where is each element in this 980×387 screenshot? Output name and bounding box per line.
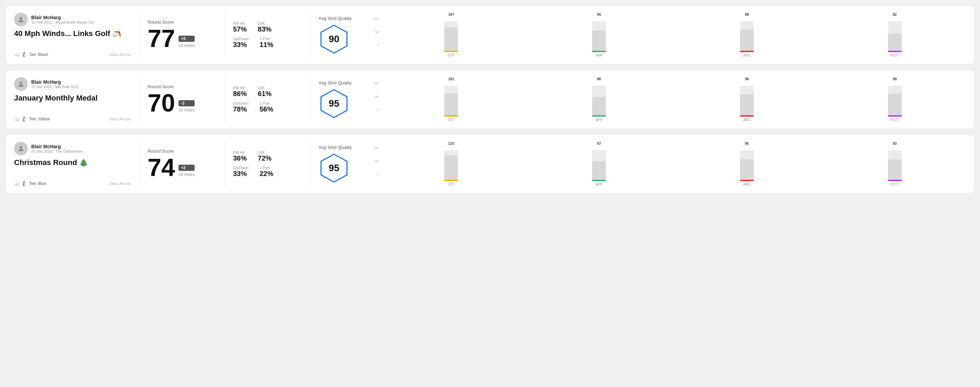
score-diff-badge: -2: [178, 100, 195, 106]
tee-icons: ☁️ 🏌️: [14, 52, 27, 57]
up-down-stat: Up/Down 78%: [233, 101, 248, 113]
bar-fill-color-app: [592, 51, 606, 52]
bar-fill-bg-putt: [888, 94, 902, 117]
x-label-app: APP: [528, 54, 670, 57]
user-info: Blair McHarg 29 Jan 2022 · Mill Ride GCC: [14, 77, 131, 91]
y-label-50: 50: [375, 160, 379, 163]
bar-fill-bg-arg: [740, 159, 754, 181]
user-info: Blair McHarg 12 Feb 2022 · Royal North D…: [14, 13, 131, 26]
bar-fill-color-ott: [444, 180, 458, 181]
x-label-putt: PUTT: [824, 182, 966, 186]
bars-container: 101 86 96 99 OTTAPPARGPUTT: [380, 77, 966, 122]
tee-label: Tee: Black: [29, 52, 48, 57]
bar-group-putt: 93: [824, 142, 966, 181]
bar-bg-arg: [740, 150, 754, 181]
x-label-arg: ARG: [676, 118, 818, 122]
data-source: Data: Arccos: [110, 52, 131, 57]
fw-hit-stat: FW Hit 57%: [233, 21, 247, 33]
user-meta: 12 Feb 2022 · Royal North Devon GC: [31, 20, 94, 24]
score-number: 74: [148, 155, 175, 180]
y-label-100: 100: [374, 82, 379, 85]
gir-value: 61%: [258, 90, 272, 98]
score-holes: 18 Holes: [178, 43, 195, 48]
svg-point-2: [19, 82, 22, 84]
y-axis: 100 50 0: [374, 13, 379, 47]
bar-fill-bg-arg: [740, 94, 754, 117]
x-label-app: APP: [528, 182, 670, 186]
stats-row-2: Up/Down 78% 1 Putt 56%: [233, 101, 302, 113]
user-meta: 29 Jan 2022 · Mill Ride GCC: [31, 85, 79, 89]
divider-3: [310, 142, 310, 186]
bar-fill-color-putt: [888, 115, 902, 117]
chart-wrapper: 100 50 0 101 86 96 99: [374, 77, 966, 122]
bar-value-app: 87: [597, 142, 601, 146]
bar-value-putt: 93: [893, 142, 897, 146]
up-down-label: Up/Down: [233, 166, 248, 170]
one-putt-label: 1 Putt: [259, 101, 273, 105]
quality-label: Avg Shot Quality: [318, 16, 352, 21]
tee-info: ☁️ 🏌️ Tee: Black: [14, 52, 48, 57]
divider-3: [310, 13, 310, 57]
bar-value-arg: 98: [745, 13, 749, 16]
divider-2: [224, 13, 225, 57]
bars-row: 101 86 96 99: [380, 77, 966, 117]
bar-bg-putt: [888, 21, 902, 52]
bar-group-arg: 96: [676, 77, 818, 117]
y-axis: 100 50 0: [374, 77, 379, 111]
one-putt-stat: 1 Putt 11%: [259, 37, 273, 49]
bar-fill-color-arg: [740, 180, 754, 181]
bar-fill-color-arg: [740, 115, 754, 117]
tee-label: Tee: Blue: [29, 181, 46, 186]
quality-section: Avg Shot Quality 95: [318, 77, 374, 122]
stats-section: FW Hit 57% GIR 83% Up/Down 33% 1 Putt 11…: [233, 13, 302, 57]
stats-row-2: Up/Down 33% 1 Putt 11%: [233, 37, 302, 49]
bar-value-app: 95: [597, 13, 601, 16]
bar-fill-bg-arg: [740, 30, 754, 52]
score-section: Round Score 77 +5 18 Holes: [148, 13, 216, 57]
x-label-ott: OTT: [380, 54, 522, 57]
divider-2: [224, 142, 225, 186]
bar-value-arg: 95: [745, 142, 749, 146]
x-label-putt: PUTT: [824, 118, 966, 122]
gir-value: 72%: [258, 154, 272, 162]
bag-icon: 🏌️: [21, 52, 27, 57]
y-label-50: 50: [375, 31, 379, 34]
x-label-ott: OTT: [380, 118, 522, 122]
bar-fill-bg-app: [592, 161, 606, 181]
weather-icon: ☁️: [14, 116, 20, 122]
bar-fill-bg-app: [592, 97, 606, 117]
stats-row-2: Up/Down 33% 1 Putt 22%: [233, 166, 302, 178]
svg-point-4: [19, 146, 22, 149]
divider-3: [310, 77, 310, 122]
bar-bg-ott: [444, 86, 458, 117]
gir-stat: GIR 72%: [258, 150, 272, 162]
bar-group-arg: 95: [676, 142, 818, 181]
fw-hit-label: FW Hit: [233, 21, 247, 25]
bar-fill-color-arg: [740, 51, 754, 52]
quality-label: Avg Shot Quality: [318, 145, 352, 150]
bar-group-arg: 98: [676, 13, 818, 52]
person-icon: [17, 16, 25, 23]
bar-fill-color-putt: [888, 180, 902, 181]
bar-fill-bg-app: [592, 30, 606, 52]
gir-value: 83%: [258, 25, 272, 33]
round-title: Christmas Round 🎄: [14, 158, 131, 167]
quality-score: 95: [328, 163, 339, 174]
x-labels: OTTAPPARGPUTT: [380, 118, 966, 122]
score-section: Round Score 70 -2 18 Holes: [148, 77, 216, 122]
weather-icon: ☁️: [14, 181, 20, 186]
divider-2: [224, 77, 225, 122]
bar-group-ott: 110: [380, 142, 522, 181]
round-title: 40 Mph Winds... Links Golf 🪃: [14, 29, 131, 38]
fw-hit-value: 36%: [233, 154, 247, 162]
score-section: Round Score 74 +2 18 Holes: [148, 142, 216, 186]
tee-row: ☁️ 🏌️ Tee: Yellow Data: Arccos: [14, 116, 131, 122]
bar-value-ott: 110: [448, 142, 454, 146]
score-number: 77: [148, 26, 175, 51]
score-diff-badge: +2: [178, 165, 195, 171]
user-name: Blair McHarg: [31, 79, 79, 85]
user-name: Blair McHarg: [31, 15, 94, 20]
x-label-app: APP: [528, 118, 670, 122]
divider-1: [139, 77, 139, 122]
bars-container: 110 87 95 93 OTTAPPARGPUTT: [380, 142, 966, 186]
